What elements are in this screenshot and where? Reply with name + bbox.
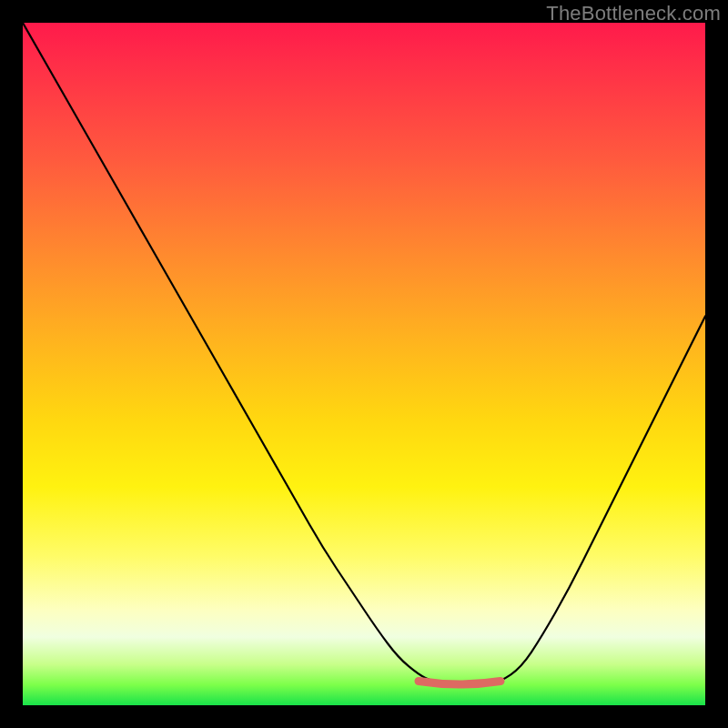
plot-area (23, 23, 705, 705)
bottleneck-curve-svg (23, 23, 705, 705)
bottleneck-curve (23, 23, 705, 685)
chart-frame: TheBottleneck.com (0, 0, 728, 728)
minimum-plateau-marker (419, 682, 500, 685)
watermark-text: TheBottleneck.com (546, 2, 721, 25)
